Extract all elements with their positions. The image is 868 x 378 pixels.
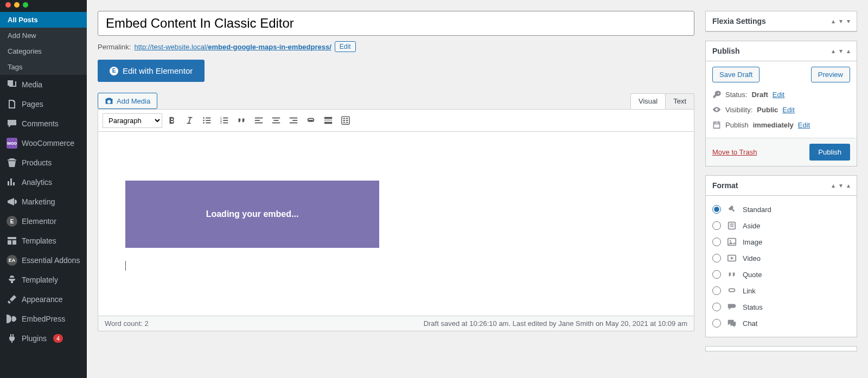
format-label: Quote: [743, 271, 762, 279]
sidebar-item-embedpress[interactable]: EmbedPress: [0, 309, 87, 329]
sidebar-item-comments[interactable]: Comments: [0, 114, 87, 133]
camera-icon: [105, 97, 113, 105]
window-minimize-dot[interactable]: [14, 2, 20, 8]
sidebar-item-woocommerce[interactable]: wooWooCommerce: [0, 133, 87, 153]
sidebar-sub-categories[interactable]: Categories: [0, 43, 87, 59]
sidebar-sub-tags[interactable]: Tags: [0, 59, 87, 75]
image-icon: [726, 236, 737, 247]
svg-rect-23: [324, 122, 332, 124]
format-radio[interactable]: [712, 270, 721, 279]
svg-point-0: [203, 117, 205, 119]
format-option-status[interactable]: Status: [712, 299, 850, 315]
move-to-trash-link[interactable]: Move to Trash: [712, 148, 757, 156]
format-option-standard[interactable]: Standard: [712, 201, 850, 217]
post-title-input[interactable]: [98, 11, 694, 36]
format-label: Image: [743, 238, 762, 246]
link-icon: [726, 285, 737, 296]
panel-publish: Publish ▴ ▾ ▴ Save Draft Preview Status:…: [705, 41, 857, 166]
svg-rect-22: [324, 120, 332, 120]
add-media-label: Add Media: [117, 97, 150, 105]
sidebar-item-appearance[interactable]: Appearance: [0, 290, 87, 309]
align-right-button[interactable]: [286, 113, 301, 128]
svg-rect-5: [206, 123, 210, 124]
blockquote-button[interactable]: [234, 113, 249, 128]
format-radio[interactable]: [712, 205, 721, 214]
key-icon: [712, 90, 721, 99]
format-option-chat[interactable]: Chat: [712, 315, 850, 331]
elementor-button-label: Edit with Elementor: [123, 66, 193, 75]
svg-rect-32: [730, 223, 733, 225]
edit-status-link[interactable]: Edit: [773, 91, 784, 99]
sidebar-sub-allposts[interactable]: All Posts: [0, 12, 87, 28]
sidebar-item-elementor[interactable]: EElementor: [0, 212, 87, 231]
align-left-button[interactable]: [251, 113, 266, 128]
sidebar-item-pages[interactable]: Pages: [0, 94, 87, 114]
format-option-image[interactable]: Image: [712, 234, 850, 250]
sidebar-item-plugins[interactable]: Plugins4: [0, 329, 87, 348]
panel-up-icon[interactable]: ▴: [832, 47, 835, 55]
format-radio[interactable]: [712, 238, 721, 246]
panel-toggle-icon[interactable]: ▴: [847, 182, 850, 189]
svg-rect-7: [223, 118, 228, 119]
format-radio[interactable]: [712, 254, 721, 262]
pin-icon: [726, 204, 737, 215]
format-radio[interactable]: [712, 221, 721, 230]
panel-flexia: Flexia Settings ▴ ▾ ▾: [705, 11, 857, 32]
format-option-link[interactable]: Link: [712, 283, 850, 299]
panel-down-icon[interactable]: ▾: [839, 182, 843, 189]
publish-button[interactable]: Publish: [809, 144, 850, 161]
publish-visibility-row: Visibility: Public Edit: [712, 102, 850, 117]
edit-with-elementor-button[interactable]: E Edit with Elementor: [98, 60, 205, 82]
window-close-dot[interactable]: [5, 2, 11, 8]
add-media-button[interactable]: Add Media: [98, 93, 157, 109]
text-cursor: [125, 261, 126, 271]
svg-point-35: [730, 240, 731, 242]
sidebar-item-label: WooCommerce: [22, 139, 74, 148]
readmore-button[interactable]: [321, 113, 336, 128]
sidebar-item-media[interactable]: Media: [0, 75, 87, 94]
preview-button[interactable]: Preview: [811, 67, 850, 82]
bold-button[interactable]: [164, 113, 180, 128]
format-option-quote[interactable]: Quote: [712, 266, 850, 283]
italic-button[interactable]: [182, 113, 197, 128]
panel-toggle-icon[interactable]: ▴: [847, 47, 850, 55]
sidebar-item-marketing[interactable]: Marketing: [0, 192, 87, 212]
permalink-edit-button[interactable]: Edit: [335, 41, 356, 52]
format-select[interactable]: Paragraph: [103, 113, 162, 128]
bullet-list-button[interactable]: [199, 113, 214, 128]
format-option-aside[interactable]: Aside: [712, 217, 850, 234]
panel-down-icon[interactable]: ▾: [839, 47, 843, 55]
sidebar-item-label: EmbedPress: [22, 315, 65, 323]
sidebar-item-templately[interactable]: Templately: [0, 270, 87, 290]
sidebar-item-templates[interactable]: Templates: [0, 231, 87, 251]
panel-toggle-icon[interactable]: ▾: [847, 17, 850, 25]
format-radio[interactable]: [712, 303, 721, 311]
sidebar-item-analytics[interactable]: Analytics: [0, 172, 87, 192]
sidebar-item-essentialaddons[interactable]: EAEssential Addons: [0, 251, 87, 270]
svg-rect-11: [223, 123, 228, 124]
sidebar-item-label: Essential Addons: [22, 256, 80, 265]
format-label: Standard: [743, 206, 771, 214]
align-center-button[interactable]: [269, 113, 284, 128]
numbered-list-button[interactable]: 123: [216, 113, 232, 128]
permalink-link[interactable]: http://test-website.local/embed-google-m…: [134, 43, 331, 51]
edit-visibility-link[interactable]: Edit: [782, 106, 794, 114]
format-radio[interactable]: [712, 319, 721, 328]
sidebar-item-label: Templately: [22, 276, 58, 284]
panel-down-icon[interactable]: ▾: [839, 17, 843, 25]
window-zoom-dot[interactable]: [23, 2, 28, 8]
link-button[interactable]: [303, 113, 318, 128]
format-option-video[interactable]: Video: [712, 250, 850, 266]
tab-text[interactable]: Text: [665, 93, 694, 109]
format-radio[interactable]: [712, 286, 721, 295]
panel-up-icon[interactable]: ▴: [832, 17, 835, 25]
save-draft-button[interactable]: Save Draft: [712, 67, 760, 82]
video-icon: [726, 253, 737, 264]
tab-visual[interactable]: Visual: [630, 93, 666, 109]
toolbar-toggle-button[interactable]: [338, 113, 353, 128]
sidebar-item-products[interactable]: Products: [0, 153, 87, 172]
editor-canvas[interactable]: Loading your embed...: [98, 132, 694, 316]
sidebar-sub-addnew[interactable]: Add New: [0, 28, 87, 43]
panel-up-icon[interactable]: ▴: [832, 182, 835, 189]
edit-schedule-link[interactable]: Edit: [798, 121, 810, 129]
